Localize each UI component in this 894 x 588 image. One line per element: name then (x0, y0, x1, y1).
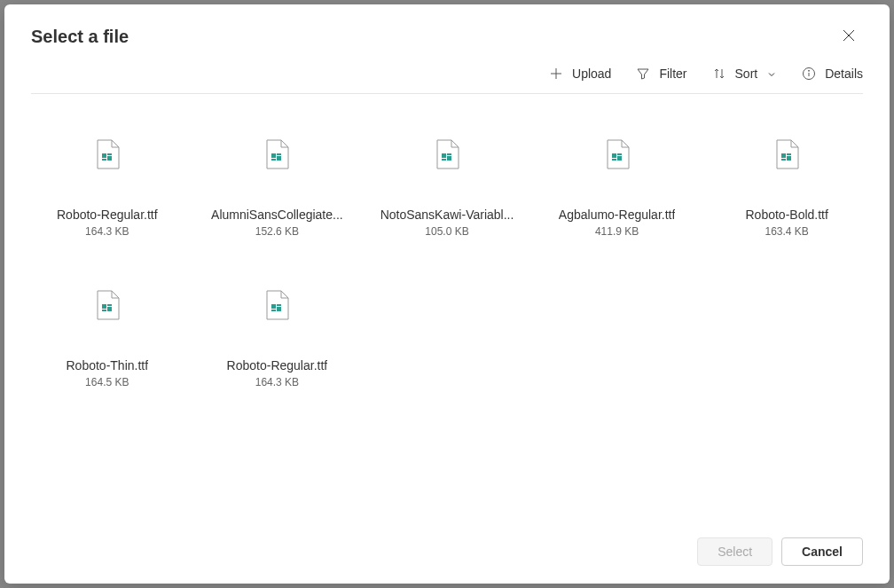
svg-rect-26 (781, 159, 786, 161)
dialog-title: Select a file (31, 27, 129, 47)
svg-rect-19 (612, 153, 616, 158)
file-icon (250, 278, 303, 332)
svg-point-6 (809, 70, 810, 71)
file-item[interactable]: Roboto-Thin.ttf164.5 KB (31, 271, 184, 396)
svg-rect-28 (107, 304, 112, 306)
file-size: 164.5 KB (85, 376, 129, 388)
file-item[interactable]: NotoSansKawi-Variabl...105.0 KB (371, 121, 523, 245)
file-icon (591, 128, 644, 181)
file-item[interactable]: Roboto-Regular.ttf164.3 KB (201, 271, 354, 396)
svg-rect-23 (781, 153, 786, 158)
file-size: 164.3 KB (255, 376, 299, 388)
details-label: Details (825, 67, 863, 81)
plus-icon (549, 67, 563, 81)
svg-rect-13 (277, 156, 281, 161)
file-icon (420, 128, 474, 181)
file-name: Roboto-Regular.ttf (227, 358, 328, 372)
svg-rect-9 (107, 156, 112, 161)
file-name: Roboto-Bold.ttf (746, 208, 828, 222)
file-name: Roboto-Thin.ttf (66, 358, 148, 372)
file-icon (760, 128, 813, 181)
details-button[interactable]: Details (802, 67, 863, 81)
close-icon (842, 28, 856, 45)
svg-rect-21 (617, 156, 622, 161)
file-size: 164.3 KB (85, 225, 129, 238)
chevron-down-icon (766, 68, 777, 79)
svg-rect-22 (612, 159, 616, 161)
svg-rect-32 (277, 304, 281, 306)
toolbar: Upload Filter Sort (31, 58, 863, 94)
svg-rect-7 (102, 153, 106, 158)
file-item[interactable]: Roboto-Regular.ttf164.3 KB (31, 121, 184, 245)
sort-icon (712, 67, 726, 81)
filter-label: Filter (659, 67, 686, 81)
svg-rect-25 (787, 156, 791, 161)
svg-rect-12 (277, 153, 281, 155)
file-size: 163.4 KB (765, 225, 809, 238)
svg-rect-17 (447, 156, 451, 161)
sort-label: Sort (735, 67, 758, 81)
svg-rect-34 (271, 310, 276, 311)
svg-rect-8 (107, 153, 112, 155)
svg-rect-15 (442, 153, 446, 158)
close-button[interactable] (835, 22, 863, 51)
file-icon (250, 128, 303, 181)
file-item[interactable]: Agbalumo-Regular.ttf411.9 KB (541, 121, 694, 245)
info-icon (802, 67, 816, 81)
file-name: NotoSansKawi-Variabl... (380, 208, 514, 222)
file-size: 105.0 KB (425, 225, 468, 238)
file-size: 411.9 KB (595, 225, 639, 238)
svg-rect-27 (102, 304, 106, 309)
svg-rect-14 (271, 159, 276, 161)
svg-rect-33 (277, 307, 281, 311)
svg-rect-31 (271, 304, 276, 309)
file-item[interactable]: Roboto-Bold.ttf163.4 KB (710, 121, 863, 245)
file-name: Agbalumo-Regular.ttf (559, 208, 676, 222)
svg-rect-29 (107, 307, 112, 311)
upload-button[interactable]: Upload (549, 67, 611, 81)
filter-icon (636, 67, 650, 81)
svg-rect-24 (787, 153, 791, 155)
dialog-header: Select a file (4, 4, 890, 58)
file-grid-container: Roboto-Regular.ttf164.3 KB AlumniSansCol… (4, 94, 890, 523)
file-picker-dialog: Select a file Upload (4, 4, 890, 584)
svg-rect-11 (271, 153, 276, 158)
file-name: Roboto-Regular.ttf (57, 208, 158, 222)
upload-label: Upload (572, 67, 611, 81)
sort-button[interactable]: Sort (712, 67, 778, 81)
dialog-footer: Select Cancel (4, 523, 890, 584)
cancel-button[interactable]: Cancel (781, 537, 863, 566)
file-icon (81, 278, 134, 332)
file-grid: Roboto-Regular.ttf164.3 KB AlumniSansCol… (31, 121, 863, 396)
file-icon (81, 128, 134, 181)
filter-button[interactable]: Filter (636, 67, 686, 81)
file-item[interactable]: AlumniSansCollegiate...152.6 KB (201, 121, 354, 245)
file-size: 152.6 KB (255, 225, 299, 238)
file-name: AlumniSansCollegiate... (211, 208, 343, 222)
svg-rect-20 (617, 153, 622, 155)
svg-rect-18 (442, 159, 446, 161)
svg-rect-30 (102, 310, 106, 311)
svg-rect-10 (102, 159, 106, 161)
svg-rect-16 (447, 153, 451, 155)
select-button[interactable]: Select (697, 537, 772, 566)
